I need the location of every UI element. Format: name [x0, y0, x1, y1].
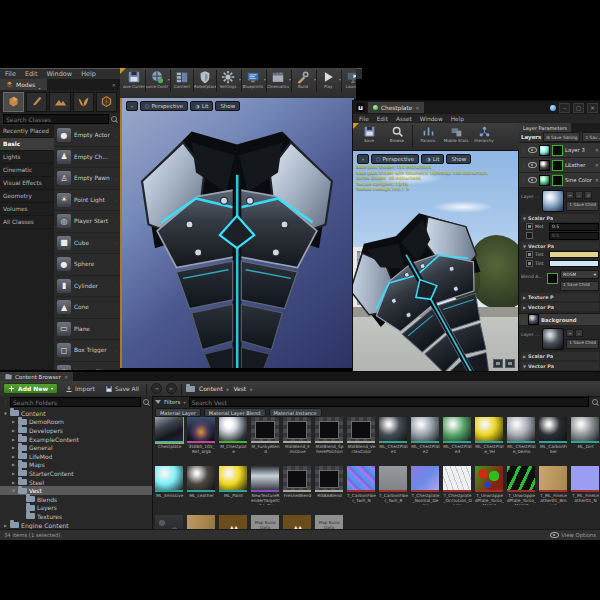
preview-shape-button[interactable] — [505, 359, 515, 368]
mat-menu-asset[interactable]: Asset — [396, 116, 412, 122]
asset-tile-ml_leather[interactable]: ML_Leather — [187, 466, 216, 512]
marketplace-button[interactable]: Marketplace — [194, 69, 216, 89]
asset-tile[interactable]: ▲▲ — [219, 515, 248, 530]
place-item-point-light[interactable]: ☀Point Light◦ — [54, 190, 120, 212]
category-volumes[interactable]: Volumes — [0, 203, 54, 216]
asset-tile-t_unwrappedplate_torso_maskb[interactable]: T_UnwrappedPlate_Torso_MaskB — [507, 466, 536, 512]
remove-layer-icon[interactable]: ✕ — [595, 147, 599, 153]
tab-close-icon[interactable]: ✕ — [64, 374, 68, 380]
category-lights[interactable]: Lights — [0, 151, 54, 164]
asset-tile-ml_dirt[interactable]: ML_Dirt — [571, 417, 600, 463]
tab-modes[interactable]: Modes ▾ — [0, 79, 47, 90]
asset-tile-chestplate[interactable]: Chestplate — [155, 417, 184, 463]
asset-tile-ml_carbonfiber[interactable]: ML_CarbonFiber — [539, 417, 568, 463]
breadcrumb-vest[interactable]: Vest — [233, 385, 246, 392]
material-preview-viewport[interactable]: ▾ ⬡Perspective ◑Lit Show Base pass shade… — [353, 151, 519, 371]
layer-row-layer-3[interactable]: ⋮Layer 3✕ — [519, 143, 600, 158]
use-selected-icon[interactable]: ← — [566, 329, 574, 337]
asset-tile-t_chestplate_normal_demo[interactable]: T_Chestplate_Normal_Demo — [411, 466, 440, 512]
tree-item-steel[interactable]: ▶Steel — [0, 478, 152, 487]
tab-layer-parameters[interactable]: Layer Parameters — [519, 123, 571, 132]
tree-item-lifemod[interactable]: ▶LifeMod — [0, 452, 152, 461]
save-child-button[interactable]: 1 Save Child — [566, 339, 599, 349]
tree-item-vest[interactable]: ▼Vest — [0, 486, 152, 495]
mobile-stats-button[interactable]: Mobile Stats — [443, 124, 469, 143]
tree-item-textures[interactable]: Textures — [0, 512, 152, 521]
save-sibling-button[interactable]: ⊞Save Sibling — [543, 132, 580, 142]
category-visual-effects[interactable]: Visual Effects — [0, 177, 54, 190]
asset-tile-t_carbonfiber_twill_r[interactable]: T_CarbonFiber_Twill_R — [379, 466, 408, 512]
category-geometry[interactable]: Geometry — [0, 190, 54, 203]
back-button[interactable]: ◄ — [151, 383, 162, 394]
color-swatch-bar[interactable] — [549, 251, 599, 258]
scalar-parameters-section[interactable]: ▶ Scalar Pa — [521, 352, 599, 360]
asset-tile-ml_chestplate1[interactable]: ML_ChestPlate1 — [379, 417, 408, 463]
browse-icon[interactable]: ⌕ — [575, 191, 583, 199]
menu-window[interactable]: Window — [46, 70, 72, 78]
asset-tile-ml_chestplate_yel[interactable]: ML_ChestPlate_Yel — [475, 417, 504, 463]
browse-icon[interactable]: ⌕ — [575, 329, 583, 337]
lit-button[interactable]: ◑Lit — [421, 154, 444, 164]
add-new-button[interactable]: Add New ▾ — [3, 383, 58, 394]
cinematics-button[interactable]: Cinematics — [267, 69, 289, 89]
minimize-button[interactable]: – — [559, 103, 570, 113]
search-assets-input[interactable] — [189, 397, 589, 407]
layer-row-sine-color[interactable]: ⋮Sine Color✕ — [519, 173, 600, 188]
material-editor-titlebar[interactable]: u Chestplate ✕ – ▢ ✕ — [353, 101, 600, 114]
search-folders-input[interactable] — [10, 397, 141, 407]
asset-tile[interactable] — [155, 515, 184, 530]
asset-tile-ml_chestplate_demo[interactable]: ML_ChestPlate_Demo — [507, 417, 536, 463]
launch-button[interactable]: Launch — [342, 69, 356, 89]
save-child-button[interactable]: 1 Save Chi — [582, 132, 600, 142]
asset-tile[interactable]: ▲▲ — [283, 515, 312, 530]
asset-tile-matblend_sphereposition[interactable]: MatBlend_SpherePosition — [315, 417, 344, 463]
source-control-button[interactable]: Source Control — [146, 69, 168, 89]
save-child-button[interactable]: 1 Save Child — [566, 201, 599, 211]
settings-button[interactable]: Settings — [217, 69, 239, 89]
place-item-player-start[interactable]: ◎Player Start◦ — [54, 211, 120, 233]
mat-menu-file[interactable]: File — [359, 116, 369, 122]
mat-menu-window[interactable]: Window — [420, 116, 443, 122]
use-selected-icon[interactable]: ← — [566, 191, 574, 199]
save-button[interactable]: Save — [356, 124, 382, 143]
mode-geometry-button[interactable] — [96, 92, 117, 112]
tab-chestplate[interactable]: Chestplate ✕ — [368, 102, 424, 113]
tab-close-icon[interactable]: ✕ — [415, 105, 419, 111]
save-all-button[interactable]: Save All — [102, 384, 142, 394]
mat-menu-edit[interactable]: Edit — [377, 116, 388, 122]
asset-tile[interactable] — [187, 515, 216, 530]
asset-tile-t_ml_fineleather01_n[interactable]: T_ML_FineLeather01_N — [571, 466, 600, 512]
background-layer-row[interactable]: ⋮ Background — [519, 314, 600, 326]
view-options-button[interactable]: View Options — [550, 532, 596, 538]
mode-place-button[interactable] — [3, 92, 24, 112]
browse-button[interactable]: Browse — [384, 124, 410, 143]
lit-button[interactable]: ◑Lit — [190, 101, 213, 111]
viewport-menu-button[interactable]: ▾ — [357, 154, 369, 164]
asset-tile-ml_chestplate3[interactable]: ML_ChestPlate3 — [443, 417, 472, 463]
category-all-classes[interactable]: All Classes — [0, 216, 54, 229]
play-button[interactable]: Play — [317, 69, 339, 89]
place-item-cylinder[interactable]: ▮Cylinder◦ — [54, 276, 120, 298]
params-button[interactable]: Params — [415, 124, 441, 143]
layer-row-leather[interactable]: ⋮LEather✕ — [519, 158, 600, 173]
asset-tile-35060_105_ref_argb[interactable]: 35060_105_Ref_argb — [187, 417, 216, 463]
tree-item-content[interactable]: ▼Content — [0, 409, 152, 418]
asset-tile-m_chestplate[interactable]: M_Chestplate — [219, 417, 248, 463]
asset-tile-t_chestplate_occlusion_demo[interactable]: T_Chestplate_Occlusion_Demo — [443, 466, 472, 512]
tree-item-demoroom[interactable]: ▶DemoRoom — [0, 418, 152, 427]
menu-edit[interactable]: Edit — [25, 70, 38, 78]
asset-tile-ml_emissive[interactable]: ML_Emissive — [155, 466, 184, 512]
texture-parameters-section[interactable]: ▶ Texture P — [521, 293, 599, 301]
asset-tile-m_funkyblend[interactable]: M_FunkyBlend — [251, 417, 280, 463]
tree-item-developers[interactable]: ▶Developers — [0, 426, 152, 435]
override-checkbox[interactable] — [526, 260, 533, 267]
asset-tile-fresnelblend[interactable]: FresnelBlend — [283, 466, 312, 512]
asset-tile-rgbablend[interactable]: RGBABlend — [315, 466, 344, 512]
remove-layer-icon[interactable]: ✕ — [595, 162, 599, 168]
forward-button[interactable]: ► — [166, 383, 177, 394]
tree-item-layers[interactable]: Layers — [0, 504, 152, 513]
vector-parameters-section[interactable]: ▼ Vector Pa — [521, 362, 599, 370]
level-viewport[interactable]: ▾ ⬡Perspective ◑Lit Show — [120, 98, 354, 368]
save-child-button[interactable]: 1 Save Child — [560, 281, 599, 291]
maximize-button[interactable]: ▢ — [573, 103, 584, 113]
